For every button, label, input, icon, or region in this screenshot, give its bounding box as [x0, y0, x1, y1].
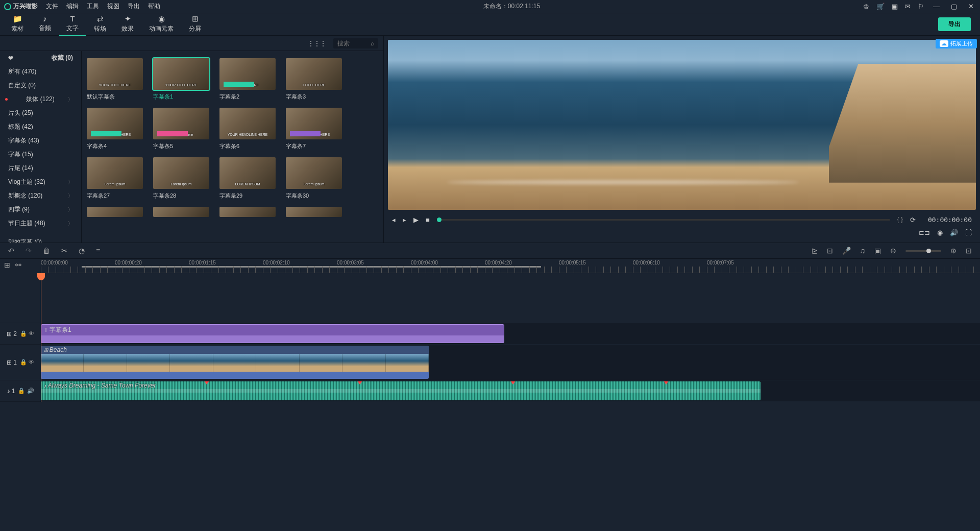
track-header-video[interactable]: ⊞ 1 🔒 👁: [0, 345, 41, 380]
document-title: 未命名：00:02:11:15: [160, 2, 863, 11]
audio-marker[interactable]: [204, 381, 209, 384]
template-item[interactable]: YOUR TITLE HERE默认字幕条: [87, 58, 143, 101]
menu-tools[interactable]: 工具: [87, 2, 99, 11]
crop-icon[interactable]: ▣: [874, 247, 881, 255]
add-track-icon[interactable]: ⊞: [4, 261, 10, 269]
close-button[interactable]: ✕: [966, 3, 976, 10]
text-track[interactable]: T 字幕条1: [41, 323, 980, 345]
link-icon[interactable]: ⚯: [15, 261, 21, 269]
display-mode-icon[interactable]: ⊏⊐: [919, 229, 930, 236]
tab-5[interactable]: ◉动画元素: [142, 12, 181, 36]
zoom-out-icon[interactable]: ⊖: [890, 247, 896, 255]
notification-icon[interactable]: ⚐: [918, 3, 924, 10]
sidebar-item-0[interactable]: 所有 (470): [0, 65, 81, 79]
sidebar-item-8[interactable]: Vlog主题 (32)〉: [0, 175, 81, 189]
search-box[interactable]: ⌕: [333, 38, 378, 49]
cart-icon[interactable]: 🛒: [876, 3, 885, 10]
sidebar-item-9[interactable]: 新概念 (120)〉: [0, 189, 81, 203]
template-item[interactable]: YOUR TITLE HERE字幕条4: [87, 108, 143, 150]
play-button[interactable]: ▶: [413, 216, 419, 224]
sidebar-item-1[interactable]: 自定义 (0): [0, 79, 81, 92]
template-item[interactable]: Lorem Ipsum字幕条28: [153, 157, 209, 200]
menu-file[interactable]: 文件: [46, 2, 58, 11]
fullscreen-icon[interactable]: ⛶: [965, 229, 972, 236]
category-sidebar: ❤ 收藏 (0) 所有 (470)自定义 (0)媒体 (122)〉片头 (25)…: [0, 51, 82, 243]
zoom-in-icon[interactable]: ⊕: [950, 247, 957, 255]
tab-1[interactable]: ♪音频: [32, 12, 58, 36]
split-button[interactable]: ✂: [61, 247, 67, 255]
export-button[interactable]: 导出: [938, 17, 971, 31]
menu-help[interactable]: 帮助: [148, 2, 160, 11]
template-item[interactable]: I TITLE HERE字幕条2: [219, 58, 276, 101]
sidebar-item-7[interactable]: 片尾 (14): [0, 161, 81, 175]
audio-marker[interactable]: [664, 381, 669, 384]
zoom-slider[interactable]: [905, 250, 941, 252]
minimize-button[interactable]: —: [931, 3, 942, 10]
volume-icon[interactable]: 🔊: [950, 229, 958, 236]
menu-view[interactable]: 视图: [107, 2, 119, 11]
tab-0[interactable]: 📁素材: [4, 12, 31, 36]
zoom-fit-icon[interactable]: ⊡: [966, 247, 972, 255]
sidebar-item-2[interactable]: 媒体 (122)〉: [0, 92, 81, 106]
template-item[interactable]: YOUR TITLE HERE字幕条7: [286, 108, 342, 150]
shield-icon[interactable]: ⊡: [827, 247, 833, 255]
account-icon[interactable]: ♔: [863, 3, 869, 10]
timeline-ruler[interactable]: 00:00:00:0000:00:00:2000:00:01:1500:00:0…: [41, 259, 980, 273]
template-item[interactable]: Your Title Here字幕条5: [153, 108, 209, 150]
next-frame-button[interactable]: ▸: [403, 216, 406, 224]
tab-4[interactable]: ✦效果: [114, 12, 141, 36]
sidebar-item-5[interactable]: 字幕条 (43): [0, 134, 81, 148]
template-item[interactable]: YOUR TITLE HERE字幕条1: [153, 58, 209, 101]
stop-button[interactable]: ■: [426, 216, 430, 224]
mail-icon[interactable]: ✉: [905, 3, 911, 10]
template-item[interactable]: Lorem Ipsum字幕条30: [286, 157, 342, 200]
tab-2[interactable]: T文字: [59, 12, 86, 36]
audio-track[interactable]: ♪ Always Dreaming - Same Town Forever: [41, 380, 980, 402]
video-clip[interactable]: ⊞ Beach: [41, 346, 429, 379]
sidebar-item-6[interactable]: 字幕 (15): [0, 148, 81, 161]
track-header-text[interactable]: ⊞ 2 🔒 👁: [0, 323, 41, 345]
text-clip[interactable]: T 字幕条1: [41, 324, 504, 343]
voiceover-icon[interactable]: 🎤: [842, 247, 851, 255]
video-track[interactable]: ⊞ Beach: [41, 345, 980, 380]
settings-icon[interactable]: ≡: [96, 247, 100, 255]
sidebar-favorites[interactable]: ❤ 收藏 (0): [0, 51, 81, 65]
undo-button[interactable]: ↶: [8, 247, 14, 255]
search-input[interactable]: [337, 40, 368, 47]
sidebar-item-4[interactable]: 标题 (42): [0, 120, 81, 134]
track-header-audio[interactable]: ♪ 1 🔒 🔊: [0, 380, 41, 402]
grid-view-icon[interactable]: ⋮⋮⋮: [308, 40, 326, 47]
sidebar-item-11[interactable]: 节日主题 (48)〉: [0, 216, 81, 230]
render-icon[interactable]: ⊵: [812, 247, 818, 255]
audio-clip[interactable]: ♪ Always Dreaming - Same Town Forever: [41, 381, 761, 400]
prev-frame-button[interactable]: ◂: [392, 216, 396, 224]
marker-button[interactable]: ◔: [79, 247, 85, 255]
audio-marker[interactable]: [510, 381, 516, 384]
template-item[interactable]: I TITLE HERE字幕条3: [286, 58, 342, 101]
redo-button[interactable]: ↷: [26, 247, 32, 255]
menu-export[interactable]: 导出: [128, 2, 140, 11]
bracket-icon[interactable]: { }: [897, 216, 903, 223]
snapshot-icon[interactable]: ◉: [937, 229, 943, 236]
preview-scrubber[interactable]: [437, 219, 890, 221]
sidebar-my-subtitles[interactable]: 我的字幕 (0): [0, 235, 81, 243]
template-item[interactable]: Lorem Ipsum字幕条27: [87, 157, 143, 200]
search-icon[interactable]: ⌕: [371, 40, 374, 47]
delete-button[interactable]: 🗑: [43, 247, 50, 255]
music-icon[interactable]: ♫: [860, 247, 866, 255]
playhead[interactable]: [41, 273, 41, 402]
preview-timecode: 00:00:00:00: [928, 216, 972, 224]
tab-6[interactable]: ⊞分屏: [182, 12, 208, 36]
sidebar-item-10[interactable]: 四季 (9)〉: [0, 203, 81, 216]
menu-edit[interactable]: 编辑: [66, 2, 79, 11]
template-item[interactable]: YOUR HEADLINE HERE字幕条6: [219, 108, 276, 150]
mark-out-icon[interactable]: ⟳: [910, 216, 916, 224]
maximize-button[interactable]: ▢: [949, 3, 959, 10]
upload-badge[interactable]: 拓展上传: [936, 39, 977, 49]
audio-marker[interactable]: [357, 381, 362, 384]
template-item[interactable]: LOREM IPSUM字幕条29: [219, 157, 276, 200]
save-icon[interactable]: ▣: [892, 3, 898, 10]
tab-3[interactable]: ⇄转场: [87, 12, 113, 36]
sidebar-item-3[interactable]: 片头 (25): [0, 106, 81, 120]
video-preview[interactable]: [388, 40, 976, 210]
